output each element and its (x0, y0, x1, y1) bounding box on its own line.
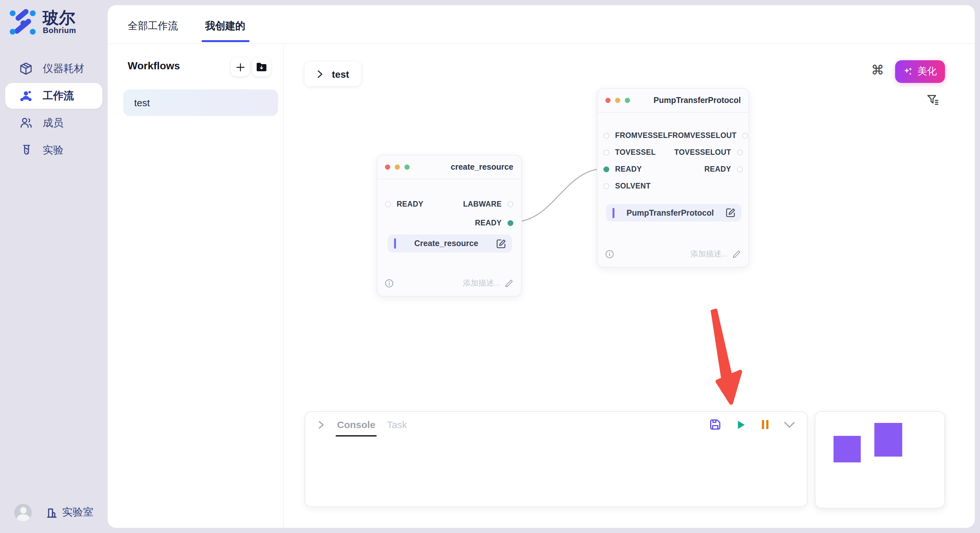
port-tovesselout-out[interactable] (737, 149, 743, 155)
panel-divider (283, 44, 284, 528)
lab-label: 实验室 (62, 506, 93, 519)
logo-subtitle: Bohrium (43, 26, 76, 35)
bohrium-logo-icon (9, 9, 36, 36)
port-row: READY (385, 217, 513, 228)
sidebar-item-instruments[interactable]: 仪器耗材 (5, 56, 102, 82)
breadcrumb-label: test (332, 68, 349, 79)
port-row: READY READY (603, 164, 743, 174)
port-tovessel-in[interactable] (603, 149, 609, 155)
chevron-down-icon[interactable] (784, 420, 795, 428)
experiment-icon (19, 144, 32, 157)
node-pill-create-resource[interactable]: Create_resource (388, 235, 512, 252)
building-icon (46, 507, 58, 519)
sidebar-item-label: 仪器耗材 (43, 62, 84, 75)
add-workflow-button[interactable] (231, 58, 250, 76)
port-ready-in[interactable] (385, 201, 391, 207)
console-panel: Console Task (305, 411, 808, 507)
workflow-people-icon (19, 89, 32, 102)
command-icon[interactable]: ⌘ (871, 63, 884, 76)
node-create-resource[interactable]: create_resource READY LABWARE READY (377, 155, 522, 297)
logo-title: 玻尔 (43, 9, 76, 26)
workflow-list-item-test[interactable]: test (123, 89, 278, 116)
sparkles-icon (903, 67, 913, 76)
port-fromvessel-in[interactable] (603, 132, 609, 138)
info-icon[interactable] (385, 279, 393, 287)
edit-icon[interactable] (726, 208, 736, 217)
port-row: TOVESSEL TOVESSELOUT (603, 147, 743, 157)
sidebar: 玻尔 Bohrium 仪器耗材 (0, 0, 108, 533)
minimap-node (874, 423, 902, 457)
port-row: SOLVENT (603, 181, 743, 191)
description-placeholder[interactable]: 添加描述... (690, 249, 741, 260)
sidebar-item-experiments[interactable]: 实验 (5, 137, 102, 163)
pencil-icon (505, 279, 513, 287)
node-footer: 添加描述... (605, 249, 741, 260)
save-icon[interactable] (709, 418, 721, 431)
plus-icon (235, 62, 245, 72)
workflows-panel-title: Workflows (128, 60, 180, 72)
filter-icon[interactable] (927, 95, 939, 106)
box-icon (19, 62, 32, 75)
beautify-button[interactable]: 美化 (895, 60, 945, 83)
workflow-item-name: test (134, 97, 150, 108)
tabbar-divider (108, 43, 975, 44)
sidebar-item-members[interactable]: 成员 (5, 110, 102, 136)
sidebar-item-label: 工作流 (43, 89, 74, 103)
workflows-actions (231, 58, 271, 76)
members-icon (19, 117, 32, 130)
pause-icon[interactable] (760, 419, 770, 430)
info-icon[interactable] (605, 250, 614, 259)
tab-all-workflows[interactable]: 全部工作流 (128, 19, 178, 42)
node-title: PumpTransferProtocol (654, 96, 741, 105)
pencil-icon (732, 250, 741, 259)
workflow-tabs: 全部工作流 我创建的 (128, 19, 245, 42)
sidebar-footer: 实验室 (0, 504, 108, 521)
app-root: 玻尔 Bohrium 仪器耗材 (0, 0, 980, 533)
port-solvent-in[interactable] (603, 183, 609, 189)
node-footer: 添加描述... (385, 278, 513, 289)
port-row: FROMVESSEL FROMVESSELOUT (603, 130, 743, 141)
beautify-label: 美化 (918, 65, 937, 78)
chevron-right-icon[interactable] (317, 420, 325, 429)
minimap[interactable] (815, 411, 945, 508)
import-folder-button[interactable] (252, 58, 271, 76)
console-actions (709, 418, 795, 431)
port-fromvesselout-out[interactable] (743, 132, 748, 138)
description-placeholder[interactable]: 添加描述... (463, 278, 513, 289)
node-header: create_resource (377, 155, 521, 179)
traffic-dots-icon (605, 98, 630, 103)
main-card: 全部工作流 我创建的 Workflows (108, 5, 975, 528)
play-icon[interactable] (735, 419, 747, 430)
port-ready-in[interactable] (603, 166, 609, 172)
node-header: PumpTransferProtocol (598, 89, 749, 113)
sidebar-menu: 仪器耗材 工作流 (0, 54, 108, 165)
traffic-dots-icon (385, 165, 410, 170)
node-title: create_resource (451, 163, 513, 171)
lab-selector[interactable]: 实验室 (46, 506, 93, 519)
port-row: READY LABWARE (385, 199, 513, 209)
sidebar-item-label: 实验 (43, 143, 64, 157)
chevron-right-icon (316, 70, 323, 78)
bohrium-logo[interactable]: 玻尔 Bohrium (9, 9, 76, 36)
node-pill-pump-transfer[interactable]: PumpTransferProtocol (606, 204, 741, 222)
avatar[interactable] (14, 504, 32, 521)
tab-my-created[interactable]: 我创建的 (205, 19, 245, 42)
minimap-node (834, 436, 861, 462)
edge-create-to-pump (512, 168, 606, 222)
folder-download-icon (256, 62, 267, 72)
tab-console[interactable]: Console (337, 419, 375, 430)
red-arrow-annotation (712, 309, 740, 403)
port-ready-out[interactable] (737, 166, 743, 172)
sidebar-item-label: 成员 (43, 116, 64, 130)
breadcrumb[interactable]: test (305, 62, 361, 86)
port-labware-out[interactable] (508, 201, 513, 207)
edit-icon[interactable] (496, 239, 506, 248)
tab-task[interactable]: Task (387, 419, 407, 430)
port-ready-out[interactable] (508, 220, 513, 226)
node-pump-transfer-protocol[interactable]: PumpTransferProtocol FROMVESSEL FROMVESS… (597, 88, 749, 268)
sidebar-item-workflow[interactable]: 工作流 (5, 83, 102, 109)
